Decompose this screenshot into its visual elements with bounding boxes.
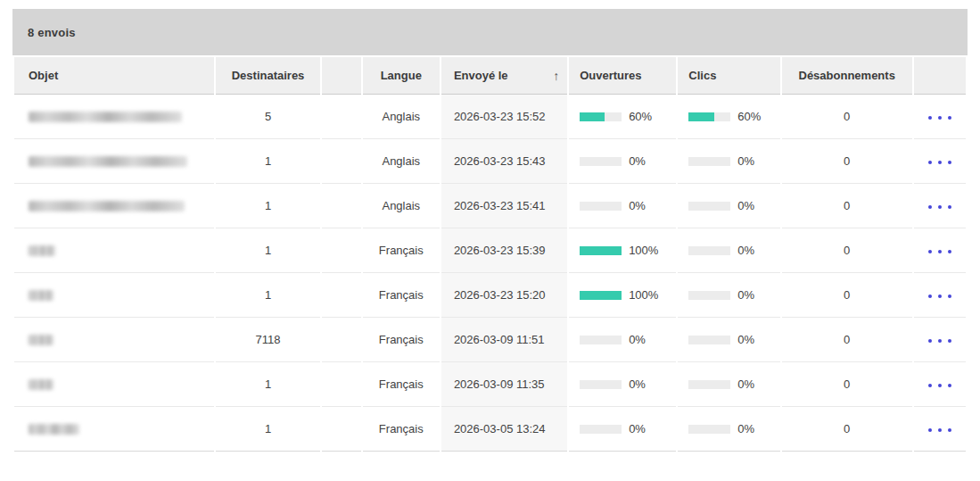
ouvertures-progress-fill xyxy=(580,246,622,255)
cell-spacer xyxy=(322,184,361,228)
ouvertures-percent-label: 0% xyxy=(629,154,646,168)
clics-progress-bar xyxy=(688,380,730,389)
sendings-table: Objet Destinataires Langue Envoyé le ↑ O… xyxy=(12,57,968,452)
cell-envoye-le: 2026-03-09 11:51 xyxy=(441,318,567,362)
cell-desabonnements: 0 xyxy=(782,95,912,139)
row-actions-menu-button[interactable] xyxy=(925,378,955,393)
row-actions-menu-button[interactable] xyxy=(925,200,955,214)
table-row: 1 Français 2026-03-05 13:24 0% 0% 0 xyxy=(14,407,966,452)
redacted-subject-text xyxy=(29,290,54,301)
cell-clics: 0% xyxy=(678,273,779,318)
ouvertures-progress-bar xyxy=(580,112,622,121)
cell-clics: 0% xyxy=(678,184,779,228)
ellipsis-icon xyxy=(938,205,942,209)
cell-clics: 0% xyxy=(678,407,779,452)
ouvertures-percent-label: 0% xyxy=(629,333,646,346)
row-actions-menu-button[interactable] xyxy=(925,155,955,170)
cell-destinataires: 1 xyxy=(216,228,319,273)
column-header-envoye-le[interactable]: Envoyé le ↑ xyxy=(441,57,567,95)
cell-objet[interactable] xyxy=(14,407,214,452)
row-actions-menu-button[interactable] xyxy=(925,111,955,125)
ellipsis-icon xyxy=(948,161,951,164)
cell-desabonnements: 0 xyxy=(782,407,912,452)
row-actions-menu-button[interactable] xyxy=(925,245,955,259)
ellipsis-icon xyxy=(928,428,932,432)
ouvertures-progress-bar xyxy=(580,157,622,166)
column-header-langue[interactable]: Langue xyxy=(363,57,440,95)
cell-envoye-le: 2026-03-05 13:24 xyxy=(441,407,567,452)
cell-objet[interactable] xyxy=(14,184,214,228)
cell-langue: Français xyxy=(363,362,440,407)
clics-percent-label: 0% xyxy=(737,288,754,302)
cell-langue: Anglais xyxy=(363,139,440,184)
summary-bar: 8 envois xyxy=(12,9,968,55)
row-actions-menu-button[interactable] xyxy=(925,334,955,348)
cell-clics: 0% xyxy=(678,139,779,184)
clics-progress-bar xyxy=(688,291,730,300)
clics-percent-label: 0% xyxy=(737,154,754,168)
clics-progress-bar xyxy=(688,246,730,255)
cell-destinataires: 1 xyxy=(216,273,319,318)
cell-spacer xyxy=(322,228,361,273)
cell-actions xyxy=(914,318,966,362)
redacted-subject-text xyxy=(29,245,55,256)
cell-objet[interactable] xyxy=(14,95,214,139)
column-header-desabonnements[interactable]: Désabonnements xyxy=(782,57,912,95)
cell-envoye-le: 2026-03-23 15:52 xyxy=(441,95,567,139)
cell-desabonnements: 0 xyxy=(782,184,912,228)
table-row: 1 Anglais 2026-03-23 15:41 0% 0% 0 xyxy=(14,184,966,228)
ouvertures-percent-label: 0% xyxy=(629,199,646,212)
cell-objet[interactable] xyxy=(14,318,214,362)
cell-envoye-le: 2026-03-09 11:35 xyxy=(441,362,567,407)
cell-objet[interactable] xyxy=(14,139,214,184)
cell-objet[interactable] xyxy=(14,228,214,273)
row-actions-menu-button[interactable] xyxy=(925,423,955,437)
ellipsis-icon xyxy=(928,205,932,209)
ellipsis-icon xyxy=(938,250,942,253)
ellipsis-icon xyxy=(948,428,951,432)
cell-ouvertures: 0% xyxy=(569,318,676,362)
ouvertures-percent-label: 0% xyxy=(629,377,646,391)
ouvertures-progress-bar xyxy=(580,336,622,344)
ouvertures-percent-label: 100% xyxy=(629,288,658,302)
ouvertures-progress-bar xyxy=(580,380,622,389)
column-header-destinataires[interactable]: Destinataires xyxy=(216,57,319,95)
cell-objet[interactable] xyxy=(14,273,214,318)
row-actions-menu-button[interactable] xyxy=(925,289,955,303)
cell-spacer xyxy=(322,318,361,362)
ouvertures-progress-bar xyxy=(580,291,622,300)
redacted-subject-text xyxy=(29,201,185,211)
cell-destinataires: 1 xyxy=(216,139,319,184)
cell-desabonnements: 0 xyxy=(782,273,912,318)
column-header-spacer xyxy=(322,57,361,95)
cell-destinataires: 1 xyxy=(216,184,319,228)
column-header-ouvertures[interactable]: Ouvertures xyxy=(569,57,676,95)
ellipsis-icon xyxy=(938,161,942,164)
table-body: 5 Anglais 2026-03-23 15:52 60% 60% 0 xyxy=(14,95,966,452)
cell-langue: Français xyxy=(363,273,440,318)
cell-actions xyxy=(914,184,966,228)
ouvertures-progress-bar xyxy=(580,246,622,255)
clics-percent-label: 0% xyxy=(737,199,754,212)
cell-desabonnements: 0 xyxy=(782,228,912,273)
cell-ouvertures: 100% xyxy=(569,228,676,273)
table-row: 1 Anglais 2026-03-23 15:43 0% 0% 0 xyxy=(14,139,966,184)
cell-destinataires: 1 xyxy=(216,362,319,407)
clics-percent-label: 0% xyxy=(737,377,754,391)
column-header-clics[interactable]: Clics xyxy=(678,57,779,95)
ellipsis-icon xyxy=(948,116,951,120)
cell-objet[interactable] xyxy=(14,362,214,407)
cell-actions xyxy=(914,228,966,273)
column-header-objet[interactable]: Objet xyxy=(14,57,214,95)
sort-ascending-icon[interactable]: ↑ xyxy=(553,70,559,82)
ellipsis-icon xyxy=(928,294,932,298)
ellipsis-icon xyxy=(948,205,951,209)
ouvertures-progress-fill xyxy=(580,112,605,121)
cell-langue: Anglais xyxy=(363,95,440,139)
ellipsis-icon xyxy=(928,384,932,387)
cell-actions xyxy=(914,362,966,407)
ouvertures-percent-label: 100% xyxy=(629,244,658,257)
table-row: 1 Français 2026-03-09 11:35 0% 0% 0 xyxy=(14,362,966,407)
cell-clics: 0% xyxy=(678,362,779,407)
cell-actions xyxy=(914,273,966,318)
